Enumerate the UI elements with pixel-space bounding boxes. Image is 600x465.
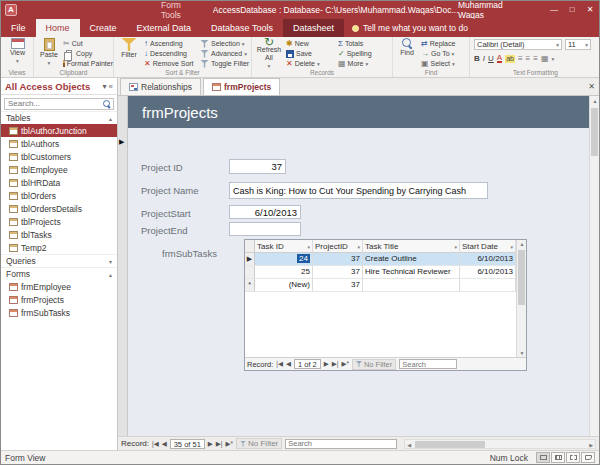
tab-frmprojects[interactable]: frmProjects [203,78,280,95]
replace-button[interactable]: ⇄Replace [421,39,469,48]
section-forms[interactable]: Forms▴ [1,267,117,280]
previous-record-button[interactable]: ◀ [162,440,167,448]
highlight-button[interactable]: ab [505,55,515,63]
tab-external-data[interactable]: External Data [127,19,202,37]
record-selector-strip[interactable]: ▶ [118,96,128,436]
new-record-button[interactable]: ✱New [286,39,332,48]
column-header-projectid[interactable]: ProjectID▾ [313,240,363,253]
no-filter-button[interactable]: No Filter [236,438,282,449]
maximize-button[interactable]: □ [563,1,581,19]
filter-dropdown-icon[interactable]: ▾ [510,241,513,253]
scroll-up-icon[interactable]: ▲ [517,241,527,247]
toggle-filter-button[interactable]: Toggle Filter [200,59,252,68]
tab-create[interactable]: Create [80,19,127,37]
design-view-button[interactable] [581,452,595,463]
subform-cell[interactable]: 37 [313,279,363,292]
filter-button[interactable]: Filter [116,38,142,59]
paste-button[interactable]: Paste ▾ [36,38,62,67]
column-header-task-title[interactable]: Task Title▾ [363,240,460,253]
view-button[interactable]: View ▾ [4,38,31,65]
cut-button[interactable]: ✂Cut [63,39,113,48]
next-record-button[interactable]: ▶ [208,440,213,448]
sidebar-item-frmProjects[interactable]: frmProjects [1,293,117,306]
italic-button[interactable]: I [483,54,485,63]
filter-dropdown-icon[interactable]: ▾ [454,241,457,253]
form-vertical-scrollbar[interactable]: ▲ [589,96,599,436]
sidebar-item-tblEmployee[interactable]: tblEmployee [1,163,117,176]
subform-cell[interactable]: Create Outline [363,253,460,266]
spelling-button[interactable]: ✓Spelling [338,49,392,58]
layout-view-button[interactable] [566,452,580,463]
descending-button[interactable]: ↓Descending [144,49,198,58]
next-record-button[interactable]: ▶ [324,360,329,368]
form-view-button[interactable] [536,452,550,463]
access-app-icon[interactable]: A [5,4,17,16]
sidebar-item-tblProjects[interactable]: tblProjects [1,215,117,228]
table-row[interactable]: 25 37 Hire Technical Reviewer 6/10/2013 [245,266,516,279]
row-selector[interactable] [245,266,255,278]
align-center-icon[interactable]: ≡ [526,55,531,63]
row-selector[interactable]: ▶ [245,253,255,265]
sidebar-item-tblCustomers[interactable]: tblCustomers [1,150,117,163]
subform-cell[interactable]: 6/10/2013 [460,266,516,279]
subform-search-input[interactable] [399,359,457,369]
delete-button[interactable]: ✕Delete▾ [286,59,332,68]
column-header-start-date[interactable]: Start Date▾ [460,240,516,253]
section-tables[interactable]: Tables▴ [1,111,117,124]
subform-cell[interactable] [460,279,516,292]
advanced-button[interactable]: Advanced▾ [200,49,252,58]
new-record-button[interactable]: ▶* [341,360,349,368]
project-id-field[interactable]: 37 [229,159,286,174]
subform-cell[interactable]: 25 [255,266,313,279]
form-search-input[interactable] [285,439,397,449]
tab-datasheet[interactable]: Datasheet [283,19,344,37]
subform-cell[interactable]: (New) [255,279,313,292]
datasheet-view-button[interactable] [551,452,565,463]
section-queries[interactable]: Queries▾ [1,254,117,267]
sidebar-item-tblAuthorJunction[interactable]: tblAuthorJunction [1,124,117,137]
scrollbar-thumb[interactable] [591,108,598,156]
first-record-button[interactable]: |◀ [276,360,283,368]
font-name-select[interactable]: Calibri (Detail)▾ [474,39,562,50]
align-right-icon[interactable]: ≡ [533,55,538,63]
selection-button[interactable]: Selection▾ [200,39,252,48]
table-row-new[interactable]: * (New) 37 [245,279,516,292]
subform-vertical-scrollbar[interactable]: ▲ ▼ [516,240,526,357]
sidebar-item-tblTasks[interactable]: tblTasks [1,228,117,241]
no-filter-button[interactable]: No Filter [352,359,396,370]
close-document-icon[interactable]: ✕ [588,82,595,91]
previous-record-button[interactable]: ◀ [286,360,291,368]
bold-button[interactable]: B [474,54,480,63]
tab-home[interactable]: Home [36,19,80,37]
subform-cell[interactable]: Hire Technical Reviewer [363,266,460,279]
projectend-field[interactable] [229,222,301,236]
pane-menu-icon[interactable]: ▾ [103,82,107,91]
tab-relationships[interactable]: Relationships [120,78,201,95]
filter-dropdown-icon[interactable]: ▾ [307,241,310,253]
scroll-right-icon[interactable]: ▶ [589,441,593,449]
filter-dropdown-icon[interactable]: ▾ [357,241,360,253]
font-size-select[interactable]: 11▾ [565,39,591,50]
more-button[interactable]: ▦More▾ [338,59,392,68]
sidebar-search-input[interactable] [4,98,114,110]
subform-cell[interactable] [363,279,460,292]
sidebar-item-tblHRData[interactable]: tblHRData [1,176,117,189]
navigation-pane-header[interactable]: All Access Objects ▾ « [1,78,117,95]
minimize-button[interactable]: — [545,1,563,19]
subform-cell[interactable]: 6/10/2013 [460,253,516,266]
scroll-left-icon[interactable]: ◀ [407,441,411,449]
underline-button[interactable]: U [488,54,494,63]
remove-sort-button[interactable]: ✕Remove Sort [144,59,198,68]
record-position[interactable]: 1 of 2 [294,359,321,369]
align-left-icon[interactable]: ≡ [518,55,523,63]
table-row[interactable]: ▶ 24 37 Create Outline 6/10/2013 [245,253,516,266]
font-color-button[interactable]: A [497,54,502,63]
save-button[interactable]: Save [286,49,332,58]
select-button[interactable]: ▣Select▾ [421,59,469,68]
tell-me-box[interactable]: Tell me what you want to do [344,19,476,37]
ascending-button[interactable]: ↑Ascending [144,39,198,48]
horizontal-scrollbar[interactable]: ◀ ▶ [404,439,596,449]
sidebar-item-tblAuthors[interactable]: tblAuthors [1,137,117,150]
last-record-button[interactable]: ▶| [332,360,339,368]
scroll-down-icon[interactable]: ▼ [517,350,527,356]
